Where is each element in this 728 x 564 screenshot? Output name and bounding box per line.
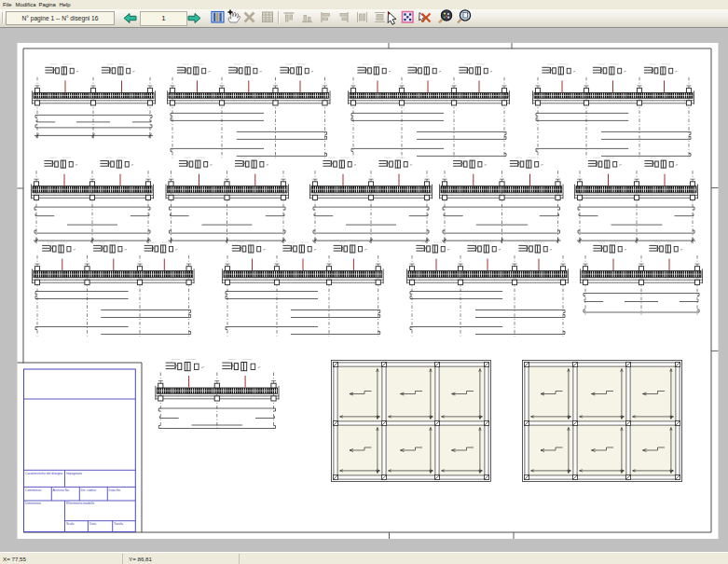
svg-text:Riferimento modello: Riferimento modello — [66, 502, 94, 505]
svg-text:Tavola: Tavola — [114, 522, 123, 526]
svg-text:Archivio No.: Archivio No. — [53, 488, 70, 492]
svg-text:Caratteristiche del disegno: Caratteristiche del disegno — [25, 472, 62, 475]
svg-text:Data filo: Data filo — [109, 488, 121, 492]
svg-text:Data: Data — [89, 522, 96, 526]
svg-text:Scala: Scala — [66, 522, 75, 526]
svg-text:Impaginato: Impaginato — [66, 472, 82, 475]
svg-text:Commessa: Commessa — [25, 488, 41, 492]
svg-text:Dis. codice: Dis. codice — [81, 488, 97, 492]
svg-text:Dimensioni: Dimensioni — [25, 502, 41, 505]
